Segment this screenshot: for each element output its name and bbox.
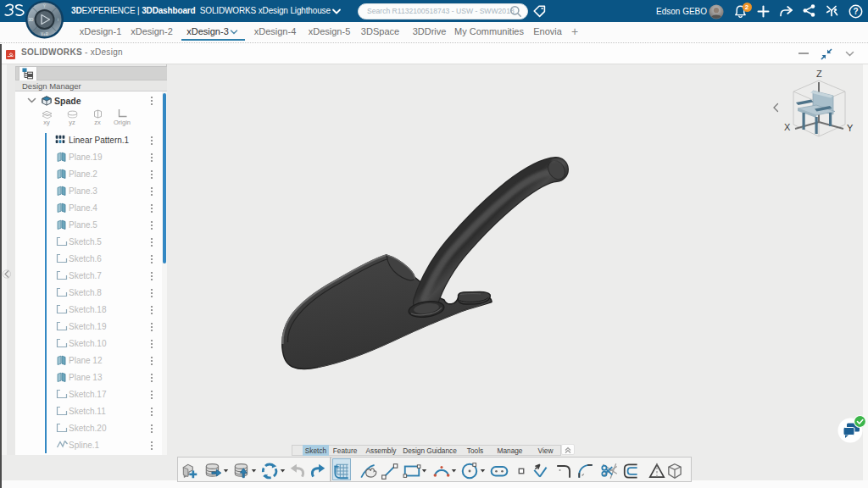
svg-text:Z: Z xyxy=(816,69,822,79)
svg-text:3D: 3D xyxy=(29,18,35,22)
svg-text:?: ? xyxy=(853,7,858,16)
svg-text:X: X xyxy=(784,122,791,132)
svg-text:Y: Y xyxy=(847,123,854,133)
svg-text:V+R: V+R xyxy=(41,32,49,36)
